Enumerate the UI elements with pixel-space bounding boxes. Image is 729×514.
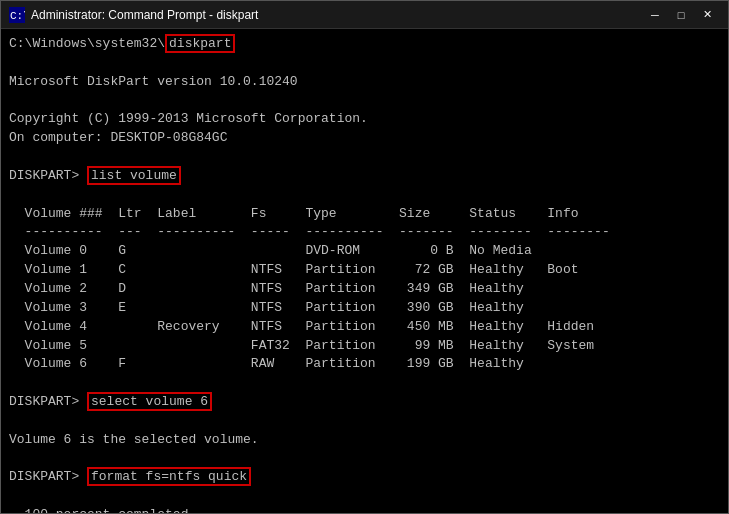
window-title: Administrator: Command Prompt - diskpart — [31, 8, 642, 22]
window-controls: ─ □ ✕ — [642, 1, 720, 29]
console-area: C:\Windows\system32\diskpart Microsoft D… — [1, 29, 728, 513]
prompt1: DISKPART> — [9, 168, 87, 183]
svg-text:C:\: C:\ — [10, 10, 25, 22]
close-button[interactable]: ✕ — [694, 1, 720, 29]
console-output[interactable]: C:\Windows\system32\diskpart Microsoft D… — [1, 29, 728, 513]
command-prompt-window: C:\ Administrator: Command Prompt - disk… — [0, 0, 729, 514]
prompt2: DISKPART> — [9, 394, 87, 409]
cmd-icon: C:\ — [9, 7, 25, 23]
list-volume-cmd: list volume — [87, 166, 181, 185]
cmd1-highlight: diskpart — [165, 34, 235, 53]
format-cmd: format fs=ntfs quick — [87, 467, 251, 486]
select-vol-cmd: select volume 6 — [87, 392, 212, 411]
maximize-button[interactable]: □ — [668, 1, 694, 29]
prompt3: DISKPART> — [9, 469, 87, 484]
minimize-button[interactable]: ─ — [642, 1, 668, 29]
title-bar: C:\ Administrator: Command Prompt - disk… — [1, 1, 728, 29]
current-path: C:\Windows\system32\ — [9, 36, 165, 51]
